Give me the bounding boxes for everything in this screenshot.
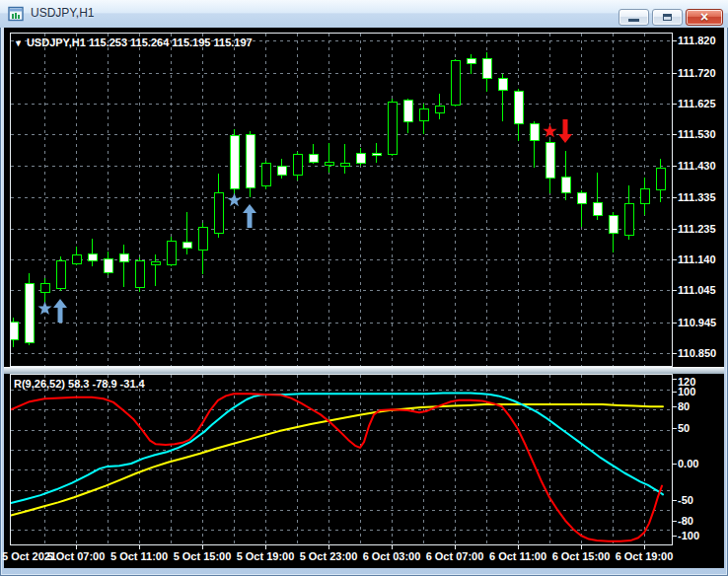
bear-candle-body [72, 255, 81, 263]
bull-candle-body [230, 135, 239, 189]
bull-candle-body [498, 79, 507, 90]
maximize-icon [663, 14, 672, 21]
bear-candle-body [624, 203, 633, 235]
buy-arrow-icon [53, 299, 67, 323]
bull-candle-body [119, 254, 128, 262]
bull-candle-body [356, 153, 365, 164]
bull-candle-body [182, 243, 191, 248]
bear-candle-body [293, 154, 302, 176]
close-button[interactable]: × [686, 9, 723, 26]
main-grid [11, 34, 672, 366]
bull-candle-body [277, 166, 286, 176]
bear-candle-body [198, 228, 207, 250]
sell-arrow-icon [558, 119, 572, 143]
bear-candle-body [261, 164, 270, 185]
blue-star-icon [227, 193, 241, 207]
bear-candle-body [388, 102, 397, 154]
bear-candle-body [451, 61, 460, 105]
bear-candle-body [40, 283, 49, 293]
close-icon: × [687, 10, 722, 25]
bull-candle-body [246, 134, 255, 187]
bull-candle-body [482, 59, 491, 79]
bear-candle-body [135, 261, 144, 287]
bear-candle-body [214, 193, 223, 233]
pane-splitter[interactable] [4, 367, 724, 374]
bull-candle-body [104, 259, 112, 273]
buy-arrow-icon [243, 204, 256, 228]
bull-candle-body [609, 215, 618, 233]
bear-candle-body [419, 109, 428, 120]
bull-candle-body [372, 153, 381, 156]
bull-candle-body [514, 92, 523, 124]
bear-candle-body [167, 242, 176, 264]
oscillator-line-yellow [11, 404, 663, 515]
window-title: USDJPY,H1 [31, 6, 94, 20]
window-titlebar[interactable]: USDJPY,H1 × [0, 0, 728, 28]
bear-candle-body [151, 262, 160, 264]
bull-candle-body [561, 178, 570, 193]
minimize-button[interactable] [619, 9, 649, 26]
axis-ticks [77, 41, 678, 550]
bear-candle-body [340, 164, 349, 166]
bull-candle-body [577, 193, 586, 203]
bear-candle-body [656, 168, 665, 190]
bull-candle-body [403, 100, 412, 121]
bull-candle-body [530, 124, 539, 141]
chart-window-icon[interactable] [8, 6, 24, 22]
maximize-button[interactable] [652, 9, 683, 26]
chart-area[interactable] [0, 0, 728, 576]
mt4-chart-window: ▼USDJPY,H1 115.253 115.264 115.195 115.1… [0, 0, 728, 576]
main-pane-border [11, 34, 673, 367]
indicator-pane-border [11, 375, 673, 545]
bull-candle-body [309, 154, 318, 163]
trade-markers [37, 119, 572, 323]
bull-candle-body [593, 202, 602, 215]
bull-candle-body [546, 143, 554, 179]
bear-candle-body [325, 163, 333, 165]
bear-candle-body [56, 261, 65, 289]
bull-candle-body [88, 254, 97, 261]
red-star-icon [543, 124, 556, 138]
bear-candle-body [435, 107, 444, 113]
candles [9, 52, 665, 347]
bull-candle-body [25, 283, 34, 343]
oscillator-lines [11, 394, 663, 541]
bear-candle-body [640, 188, 649, 203]
minimize-icon [628, 19, 639, 22]
bull-candle-body [467, 59, 475, 64]
